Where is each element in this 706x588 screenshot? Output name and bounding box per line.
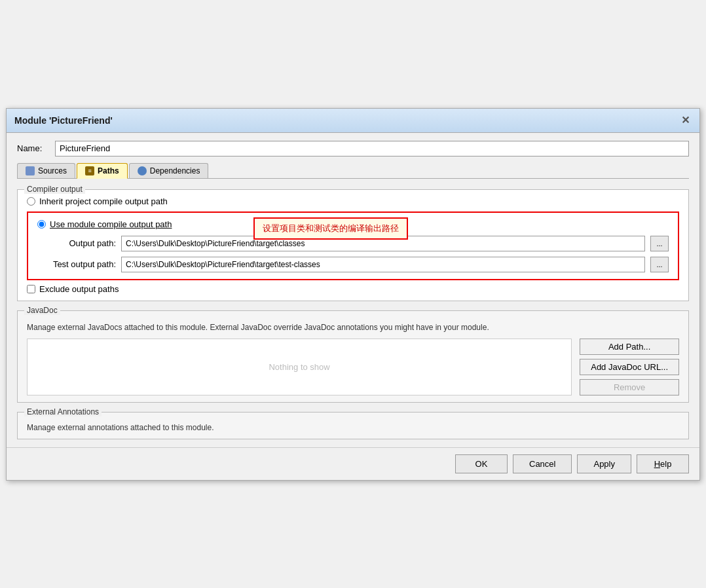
compiler-output-section: Compiler output 设置项目类和测试类的编译输出路径 Inherit…: [17, 189, 689, 301]
tab-dependencies-label: Dependencies: [150, 166, 200, 175]
tabs-row: Sources ≡ Paths Dependencies: [17, 163, 689, 179]
test-output-path-browse-button[interactable]: ...: [650, 257, 669, 272]
tab-dependencies[interactable]: Dependencies: [129, 163, 209, 178]
exclude-checkbox-row: Exclude output paths: [27, 284, 679, 294]
use-module-label: Use module compile output path: [50, 219, 172, 229]
javadoc-empty-text: Nothing to show: [269, 362, 329, 372]
javadoc-description: Manage external JavaDocs attached to thi…: [27, 322, 679, 333]
inherit-radio[interactable]: [27, 197, 35, 206]
tooltip-box: 设置项目类和测试类的编译输出路径: [253, 217, 408, 240]
tab-sources-label: Sources: [38, 166, 67, 175]
ext-annotations-section: External Annotations Manage external ann…: [17, 412, 689, 439]
help-button[interactable]: Help: [637, 454, 689, 473]
name-label: Name:: [17, 143, 50, 153]
sources-icon: [26, 166, 35, 175]
dependencies-icon: [138, 166, 147, 175]
add-javadoc-url-button[interactable]: Add JavaDoc URL...: [580, 359, 679, 375]
dialog-footer: OK Cancel Apply Help: [7, 447, 699, 480]
name-row: Name:: [17, 141, 689, 156]
remove-button[interactable]: Remove: [580, 379, 679, 395]
javadoc-list-area: Nothing to show: [27, 339, 572, 395]
close-button[interactable]: ✕: [678, 114, 692, 127]
add-path-button[interactable]: Add Path...: [580, 339, 679, 355]
inherit-radio-option: Inherit project compile output path: [27, 196, 679, 206]
javadoc-title: JavaDoc: [24, 306, 60, 315]
javadoc-content: Nothing to show Add Path... Add JavaDoc …: [27, 339, 679, 395]
ok-button[interactable]: OK: [455, 454, 508, 473]
use-module-radio[interactable]: [37, 220, 46, 229]
tab-paths-label: Paths: [98, 166, 119, 175]
title-bar: Module 'PictureFriend' ✕: [7, 109, 699, 133]
test-output-path-label: Test output path:: [37, 259, 116, 269]
inherit-label: Inherit project compile output path: [39, 196, 168, 206]
tooltip-text: 设置项目类和测试类的编译输出路径: [263, 223, 399, 233]
ext-annotations-title: External Annotations: [24, 407, 102, 416]
help-underline: Help: [654, 459, 672, 469]
dialog-title: Module 'PictureFriend': [14, 115, 113, 126]
module-dialog: Module 'PictureFriend' ✕ Name: Sources ≡…: [6, 108, 700, 481]
tab-sources[interactable]: Sources: [17, 163, 75, 178]
exclude-checkbox[interactable]: [27, 285, 35, 293]
dialog-body: Name: Sources ≡ Paths Dependencies Compi…: [7, 133, 699, 447]
test-output-path-row: Test output path: ...: [37, 257, 669, 272]
javadoc-buttons: Add Path... Add JavaDoc URL... Remove: [580, 339, 679, 395]
paths-icon: ≡: [85, 166, 94, 175]
tab-paths[interactable]: ≡ Paths: [77, 163, 128, 179]
compiler-output-title: Compiler output: [24, 185, 85, 194]
cancel-button[interactable]: Cancel: [513, 454, 572, 473]
output-path-browse-button[interactable]: ...: [650, 236, 669, 251]
compiler-output-wrapper: Compiler output 设置项目类和测试类的编译输出路径 Inherit…: [17, 185, 689, 301]
output-path-label: Output path:: [37, 238, 116, 248]
apply-button[interactable]: Apply: [577, 454, 631, 473]
javadoc-section: JavaDoc Manage external JavaDocs attache…: [17, 310, 689, 403]
exclude-label: Exclude output paths: [39, 284, 119, 294]
test-output-path-input[interactable]: [121, 257, 645, 272]
ext-annotations-description: Manage external annotations attached to …: [27, 423, 679, 432]
name-input[interactable]: [55, 141, 689, 156]
